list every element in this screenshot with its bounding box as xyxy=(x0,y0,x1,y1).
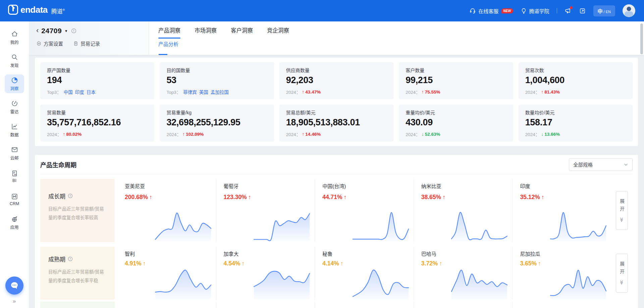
plan-dropdown-caret[interactable]: ▼ xyxy=(64,29,68,33)
stat-card-suppliers: 供应商数量 92,203 2024： ↑43.47% xyxy=(279,62,393,99)
language-switch[interactable]: 中 / EN xyxy=(593,5,615,16)
back-button[interactable]: ‹ xyxy=(36,27,39,34)
delta-badge: ↓52.63% xyxy=(422,131,440,137)
sidebar-item-data[interactable]: 数据 xyxy=(5,121,24,139)
stat-meta-label: Top3： xyxy=(166,88,181,95)
lifecycle-country-card[interactable]: 巴哈马 3.72%↑ xyxy=(414,247,513,300)
tendata-logo[interactable]: endata 腾道® xyxy=(8,4,65,18)
sidebar-item-my[interactable]: 我的 xyxy=(5,28,24,47)
plan-info-icon[interactable] xyxy=(71,28,76,34)
growth-percent: 3.65%↑ xyxy=(520,260,541,267)
mail-icon xyxy=(11,146,18,153)
stat-value: 99,215 xyxy=(406,75,506,85)
lifecycle-country-card[interactable]: 印度 35.12%↑ xyxy=(512,179,611,242)
top3-link[interactable]: 菲律宾 xyxy=(183,90,197,95)
page-header: ‹ 24709 ▼ 方案设置 贸易记录 xyxy=(29,21,644,55)
stat-meta-label: 2024： xyxy=(406,131,420,137)
top3-link[interactable]: 美国 xyxy=(199,90,208,95)
sidebar-item-crm[interactable]: CRM xyxy=(5,190,24,209)
scheme-settings-button[interactable]: 方案设置 xyxy=(36,40,63,47)
stat-card-origin-countries: 原产国数量 194 Top3： 中国印度日本 xyxy=(40,62,154,99)
trade-records-button[interactable]: 贸易记录 xyxy=(73,40,100,47)
sparkline-chart xyxy=(154,210,212,241)
top3-link[interactable]: 印度 xyxy=(75,90,84,95)
spec-filter-value: 全部规格 xyxy=(573,161,593,168)
subtab-product-analysis[interactable]: 产品分析 xyxy=(158,40,178,55)
growth-percent: 44.71%↑ xyxy=(322,194,346,201)
delta-badge: ↓13.66% xyxy=(541,131,560,137)
tab-market-insight[interactable]: 市场洞察 xyxy=(195,26,217,39)
delta-badge: ↑80.02% xyxy=(63,131,82,137)
lifecycle-country-card[interactable]: 智利 4.91%↑ xyxy=(117,247,216,300)
up-arrow-icon: ↑ xyxy=(302,89,304,95)
tab-product-insight[interactable]: 产品洞察 xyxy=(158,26,180,39)
stat-label: 贸易次数 xyxy=(525,67,626,73)
double-chevron-down-icon: ≫ xyxy=(619,280,624,285)
chat-support-fab[interactable] xyxy=(5,276,23,295)
stat-card-trade-amount: 贸易总额/美元 18,905,513,883.01 2024： ↑14.46% xyxy=(279,105,393,141)
country-name: 智利 xyxy=(125,250,135,257)
sidebar-item-bi[interactable]: BI BI xyxy=(5,167,24,186)
stat-label: 数量均价/美元 xyxy=(525,109,626,116)
sidebar-item-cloudmail[interactable]: 云邮 xyxy=(5,144,24,163)
sparkline-chart xyxy=(450,210,508,241)
stage-info-icon[interactable] xyxy=(68,193,73,198)
line-chart-icon xyxy=(11,123,18,130)
up-arrow-icon: ↑ xyxy=(63,131,65,137)
scrollbar-thumb[interactable] xyxy=(640,23,643,54)
trade-records-label: 贸易记录 xyxy=(80,40,100,47)
sidebar-item-label: 我的 xyxy=(10,39,18,45)
lifecycle-country-card[interactable]: 尼加拉瓜 3.65%↑ xyxy=(512,247,611,300)
announcement-button[interactable] xyxy=(565,7,572,14)
country-name: 巴哈马 xyxy=(421,250,436,257)
lifecycle-country-card xyxy=(414,302,513,308)
user-avatar[interactable] xyxy=(623,4,635,17)
stat-value: 53 xyxy=(166,75,267,85)
sidebar-collapse-button[interactable]: » xyxy=(13,298,16,305)
tab-customer-insight[interactable]: 客户洞察 xyxy=(231,26,253,39)
lifecycle-country-card xyxy=(315,302,414,308)
sidebar-item-label: 云邮 xyxy=(10,155,18,161)
home-icon xyxy=(11,30,18,38)
country-name: 亚美尼亚 xyxy=(125,182,145,189)
lifecycle-country-card[interactable]: 中国(台湾) 44.71%↑ xyxy=(315,179,414,242)
tendata-logo-icon xyxy=(8,5,18,15)
stage-info-icon[interactable] xyxy=(68,256,73,261)
top3-link[interactable]: 孟加拉国 xyxy=(211,90,229,95)
sparkline-chart xyxy=(549,210,607,241)
stat-label: 贸易重量/kg xyxy=(166,109,267,116)
stat-label: 客户数量 xyxy=(406,67,506,73)
lifecycle-country-card[interactable]: 纳米比亚 38.65%↑ xyxy=(414,179,513,242)
online-service-button[interactable]: 在线客服 NEW xyxy=(469,7,513,14)
sidebar-item-discover[interactable]: 发现 xyxy=(5,51,24,70)
delta-badge: ↑43.47% xyxy=(302,89,321,95)
spec-filter-select[interactable]: 全部规格 xyxy=(569,158,633,171)
sidebar-item-radar[interactable]: 雷达 xyxy=(5,98,24,116)
academy-button[interactable]: 腾道学院 xyxy=(521,7,549,14)
expand-button[interactable]: 展开 ≫ xyxy=(616,191,628,230)
sidebar-item-apps[interactable]: 应用 xyxy=(5,213,24,232)
sidebar-item-insight[interactable]: 洞察 xyxy=(5,74,24,93)
sidebar-item-label: 应用 xyxy=(10,224,18,230)
lifecycle-country-card xyxy=(117,302,216,308)
stat-value: 35,757,716,852.16 xyxy=(47,117,148,128)
lifecycle-country-card[interactable]: 加拿大 4.54%↑ xyxy=(216,247,315,300)
tab-competitor-insight[interactable]: 竞企洞察 xyxy=(267,26,289,39)
expand-button[interactable]: 展开 ≫ xyxy=(616,254,628,293)
top3-link[interactable]: 中国 xyxy=(64,90,73,95)
lifecycle-country-card[interactable]: 亚美尼亚 200.68%↑ xyxy=(117,179,216,242)
stat-card-trade-quantity: 贸易数量 35,757,716,852.16 2024： ↑80.02% xyxy=(40,105,154,141)
sparkline-chart xyxy=(352,210,410,241)
stage-label-block xyxy=(40,302,115,308)
down-arrow-icon: ↓ xyxy=(541,131,543,137)
up-arrow-icon: ↑ xyxy=(182,131,185,137)
lifecycle-row-mature: 成熟期 目标产品近三年贸易额/贸易量的季度复合增长率平稳 智利 4.91%↑ 加… xyxy=(40,247,633,300)
lifecycle-country-card xyxy=(216,302,315,308)
stage-name: 成长期 xyxy=(48,192,65,200)
search-icon xyxy=(11,53,18,61)
top3-link[interactable]: 日本 xyxy=(87,90,96,95)
fullscreen-button[interactable] xyxy=(579,7,586,14)
sparkline-chart xyxy=(253,268,311,299)
lifecycle-country-card[interactable]: 秘鲁 4.14%↑ xyxy=(315,247,414,300)
lifecycle-country-card[interactable]: 葡萄牙 123.30%↑ xyxy=(216,179,315,242)
